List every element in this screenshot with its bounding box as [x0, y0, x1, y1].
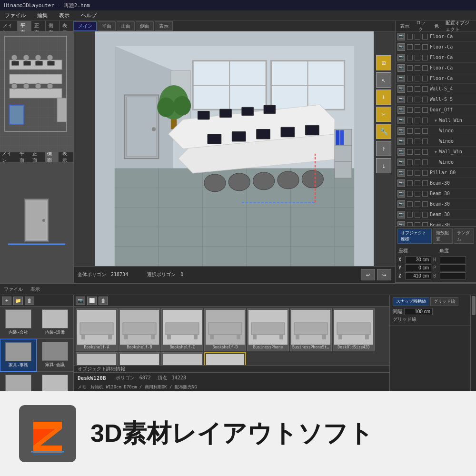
obj-visible-check-6[interactable]: [407, 97, 413, 102]
obj-color-check-17[interactable]: [422, 212, 428, 218]
obj-lock-check-3[interactable]: [415, 65, 420, 71]
obj-lock-check-7[interactable]: [415, 107, 420, 113]
object-row-5[interactable]: 📷Wall-S_4: [396, 84, 476, 94]
obj-lock-check-11[interactable]: [415, 149, 420, 155]
tab-plan-bot[interactable]: 平面: [20, 150, 29, 164]
obj-color-check-14[interactable]: [422, 180, 428, 186]
ctrl-btn-4[interactable]: ✂: [376, 107, 391, 122]
asset-item-9[interactable]: DeskW120A: [161, 352, 203, 365]
viewport-tab-plan[interactable]: 平面: [98, 21, 116, 31]
obj-color-check-6[interactable]: [422, 97, 428, 102]
ctrl-btn-5[interactable]: 🔧: [376, 124, 391, 139]
right-scrollbar[interactable]: [470, 295, 476, 391]
obj-visible-check-2[interactable]: [407, 55, 413, 60]
coord-y-input[interactable]: [405, 264, 431, 271]
snap-tab-move[interactable]: スナップ移動値: [393, 297, 429, 306]
asset-item-10[interactable]: DeskW120B: [204, 352, 246, 365]
ctrl-btn-3[interactable]: ⬇: [376, 89, 391, 105]
obj-color-check-7[interactable]: [422, 107, 428, 113]
coord-y-p-input[interactable]: [440, 264, 466, 271]
obj-color-check-12[interactable]: [422, 159, 428, 165]
object-row-2[interactable]: 📷Floor-Ca: [396, 52, 476, 63]
snap-tab-grid[interactable]: グリッド線: [430, 297, 458, 306]
category-item-5[interactable]: 家具-控室: [37, 372, 73, 391]
category-item-4[interactable]: 家具-応接: [0, 372, 37, 391]
object-row-15[interactable]: 📷Beam-30: [396, 188, 476, 199]
obj-visible-check-4[interactable]: [407, 76, 413, 81]
obj-visible-check-14[interactable]: [407, 180, 413, 186]
obj-color-check-18[interactable]: [422, 222, 428, 227]
obj-lock-check-4[interactable]: [415, 76, 420, 81]
obj-lock-check-1[interactable]: [415, 44, 420, 50]
obj-color-check-16[interactable]: [422, 201, 428, 207]
obj-lock-check-5[interactable]: [415, 86, 420, 92]
tab-front-bot[interactable]: 正面: [32, 150, 41, 164]
obj-visible-check-18[interactable]: [407, 222, 413, 227]
tab-side-top[interactable]: 側面: [46, 21, 60, 31]
ctrl-btn-1[interactable]: ⊞: [376, 55, 391, 70]
obj-color-check-13[interactable]: [422, 170, 428, 176]
object-row-11[interactable]: 📷▼ Wall_Win: [396, 147, 476, 157]
category-item-3[interactable]: 家具-会議: [37, 339, 73, 372]
obj-visible-check-11[interactable]: [407, 149, 413, 155]
tab-plan-top[interactable]: 平面: [18, 21, 31, 31]
category-item-2[interactable]: 家具-事務: [0, 339, 37, 372]
tab-display-top[interactable]: 表示: [60, 21, 73, 31]
obj-color-check-11[interactable]: [422, 149, 428, 155]
obj-lock-check-18[interactable]: [415, 222, 420, 227]
coord-z-input[interactable]: [405, 272, 431, 279]
object-row-13[interactable]: 📷Pillar-80: [396, 168, 476, 178]
menu-help[interactable]: ヘルプ: [78, 11, 99, 20]
redo-button[interactable]: ↪: [377, 269, 391, 280]
category-item-0[interactable]: 内装-会社: [0, 307, 37, 339]
object-row-3[interactable]: 📷Floor-Ca: [396, 63, 476, 73]
object-row-0[interactable]: 📷Floor-Ca: [396, 31, 476, 42]
snap-interval-input[interactable]: [404, 308, 433, 315]
obj-color-check-1[interactable]: [422, 44, 428, 50]
obj-visible-check-8[interactable]: [407, 118, 413, 123]
obj-lock-check-2[interactable]: [415, 55, 420, 60]
obj-visible-check-5[interactable]: [407, 86, 413, 92]
object-row-18[interactable]: 📷Beam-30: [396, 220, 476, 226]
ctrl-btn-7[interactable]: ↓: [376, 158, 391, 173]
obj-color-check-4[interactable]: [422, 76, 428, 81]
coord-z-b-input[interactable]: [440, 272, 466, 279]
object-row-7[interactable]: 📷Door_Off: [396, 105, 476, 115]
tab-object-coords[interactable]: オブジェクト座標: [397, 228, 432, 244]
object-row-6[interactable]: 📷Wall-S_5: [396, 94, 476, 105]
obj-visible-check-12[interactable]: [407, 159, 413, 165]
obj-color-check-15[interactable]: [422, 191, 428, 197]
obj-color-check-5[interactable]: [422, 86, 428, 92]
obj-visible-check-15[interactable]: [407, 191, 413, 197]
scroll-thumb[interactable]: [472, 296, 476, 315]
obj-color-check-3[interactable]: [422, 65, 428, 71]
coord-x-input[interactable]: [405, 256, 431, 263]
obj-lock-check-12[interactable]: [415, 159, 420, 165]
object-row-9[interactable]: 📷Windo: [396, 126, 476, 136]
menu-edit[interactable]: 編集: [34, 11, 50, 20]
asset-item-8[interactable]: DeskOldSize5B: [119, 352, 160, 365]
viewport-tab-main[interactable]: メイン: [74, 21, 97, 31]
obj-visible-check-13[interactable]: [407, 170, 413, 176]
obj-visible-check-17[interactable]: [407, 212, 413, 218]
delete-btn[interactable]: 🗑: [25, 297, 34, 305]
obj-lock-check-6[interactable]: [415, 97, 420, 102]
asset-item-4[interactable]: BusinessPhone: [247, 308, 289, 351]
obj-lock-check-8[interactable]: [415, 118, 420, 123]
bottom-tab-file[interactable]: ファイル: [2, 285, 25, 294]
object-row-12[interactable]: 📷Windo: [396, 157, 476, 168]
obj-visible-check-9[interactable]: [407, 128, 413, 134]
tab-front-top[interactable]: 正面: [31, 21, 45, 31]
tab-main-top[interactable]: メイン: [0, 21, 18, 31]
obj-color-check-0[interactable]: [422, 34, 428, 40]
tab-random[interactable]: ランダム: [454, 228, 474, 244]
object-row-8[interactable]: 📷▼ Wall_Win: [396, 115, 476, 126]
obj-color-check-10[interactable]: [422, 139, 428, 144]
add-btn[interactable]: +: [2, 297, 11, 305]
tab-main-bot[interactable]: メイン: [2, 150, 16, 164]
object-row-1[interactable]: 📷Floor-Ca: [396, 42, 476, 52]
asset-item-7[interactable]: DeskOldSize5A: [76, 352, 118, 365]
object-row-16[interactable]: 📷Beam-30: [396, 199, 476, 209]
bottom-tab-display[interactable]: 表示: [29, 285, 42, 294]
obj-lock-check-14[interactable]: [415, 180, 420, 186]
